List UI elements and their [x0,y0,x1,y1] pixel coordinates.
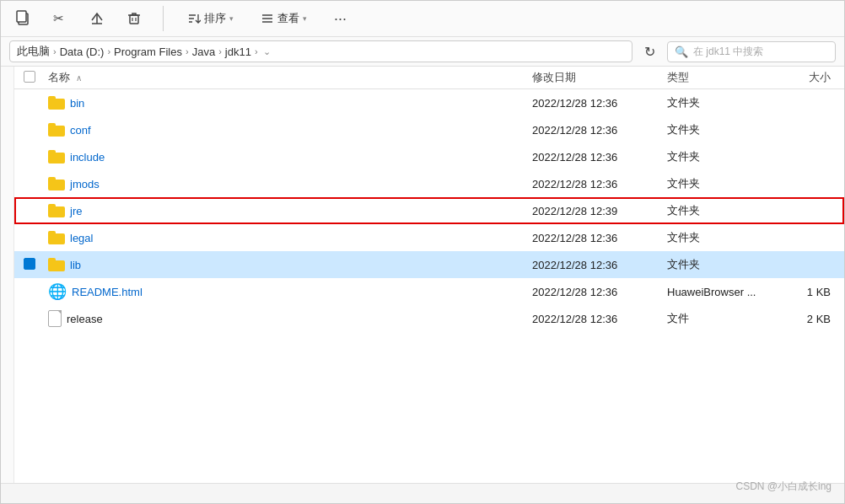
row-filename[interactable]: README.html [72,286,143,298]
file-list: 名称 ∧ 修改日期 类型 大小 bin2022/12/28 12:36文件夹co… [14,67,844,483]
header-checkbox-col [14,71,45,85]
breadcrumb[interactable]: 此电脑 › Data (D:) › Program Files › Java ›… [9,40,632,62]
row-date: 2022/12/28 12:36 [532,232,667,244]
name-sort-icon: ∧ [76,73,82,83]
folder-icon [48,204,65,217]
sort-icon [187,12,201,25]
breadcrumb-d[interactable]: Data (D:) [60,46,105,58]
header-date[interactable]: 修改日期 [532,70,667,85]
row-type: 文件夹 [667,203,777,218]
table-row[interactable]: include2022/12/28 12:36文件夹 [14,143,844,170]
row-checkbox[interactable] [24,258,35,270]
folder-icon [48,123,65,137]
sort-label: 排序 [204,11,226,26]
row-type: 文件 [667,311,777,326]
cut-button[interactable]: ✂ [48,8,72,30]
breadcrumb-jdk11[interactable]: jdk11 [225,46,251,58]
row-filename[interactable]: jre [70,205,82,217]
folder-icon [48,96,65,110]
share-icon [89,9,105,29]
delete-button[interactable] [122,8,146,30]
svg-rect-3 [130,15,138,24]
row-name-col: include [45,150,532,164]
delete-icon [126,9,143,29]
row-filename[interactable]: jmods [70,178,100,190]
view-button[interactable]: 查看 ▾ [254,8,314,29]
toolbar: ✂ [1,1,844,37]
table-row[interactable]: conf2022/12/28 12:36文件夹 [14,116,844,143]
more-button[interactable]: ··· [327,7,353,31]
row-filename[interactable]: legal [70,232,93,244]
row-name-col: jre [45,204,532,217]
row-date: 2022/12/28 12:36 [532,151,667,164]
search-box[interactable]: 🔍 在 jdk11 中搜索 [667,41,836,62]
row-date: 2022/12/28 12:36 [532,124,667,137]
table-row[interactable]: bin2022/12/28 12:36文件夹 [14,89,844,116]
row-type: 文件夹 [667,122,777,137]
globe-icon: 🌐 [48,282,67,301]
header-size[interactable]: 大小 [777,70,844,85]
row-filename[interactable]: include [70,151,105,164]
toolbar-separator [163,6,164,31]
table-row[interactable]: 🌐README.html2022/12/28 12:36HuaweiBrowse… [14,278,844,305]
cut-icon: ✂ [51,9,68,29]
row-type: 文件夹 [667,230,777,245]
folder-icon [48,231,65,244]
row-date: 2022/12/28 12:36 [532,178,667,190]
file-list-header: 名称 ∧ 修改日期 类型 大小 [14,67,844,89]
breadcrumb-java[interactable]: Java [192,46,215,58]
row-type: 文件夹 [667,149,777,164]
select-all-checkbox[interactable] [24,71,35,83]
row-name-col: jmods [45,177,532,190]
row-checkbox-col [14,258,45,272]
row-date: 2022/12/28 12:36 [532,97,667,110]
table-row[interactable]: lib2022/12/28 12:36文件夹 [14,251,844,278]
row-name-col: 🌐README.html [45,282,532,301]
row-name-col: legal [45,231,532,244]
row-size: 2 KB [777,313,844,325]
folder-icon [48,150,65,164]
folder-icon [48,258,65,271]
refresh-button[interactable]: ↻ [639,41,660,62]
table-row[interactable]: jre2022/12/28 12:39文件夹 [14,197,844,224]
content-area: 名称 ∧ 修改日期 类型 大小 bin2022/12/28 12:36文件夹co… [1,67,844,483]
row-filename[interactable]: lib [70,259,81,271]
row-type: 文件夹 [667,257,777,272]
row-filename[interactable]: release [67,313,103,325]
header-type[interactable]: 类型 [667,70,777,85]
sort-chevron-icon: ▾ [229,14,234,23]
breadcrumb-programfiles[interactable]: Program Files [114,46,182,58]
row-name-col: conf [45,123,532,137]
share-button[interactable] [85,8,109,30]
row-name-col: release [45,310,532,327]
table-row[interactable]: release2022/12/28 12:36文件2 KB [14,305,844,332]
row-type: 文件夹 [667,95,777,110]
row-size: 1 KB [777,286,844,298]
view-icon [261,12,274,25]
address-bar: 此电脑 › Data (D:) › Program Files › Java ›… [1,37,844,67]
breadcrumb-pc[interactable]: 此电脑 [17,44,50,59]
folder-icon [48,177,65,190]
row-date: 2022/12/28 12:39 [532,205,667,217]
file-icon [48,310,62,327]
table-row[interactable]: jmods2022/12/28 12:36文件夹 [14,170,844,197]
table-row[interactable]: legal2022/12/28 12:36文件夹 [14,224,844,251]
row-type: 文件夹 [667,176,777,191]
file-rows-container: bin2022/12/28 12:36文件夹conf2022/12/28 12:… [14,89,844,332]
breadcrumb-expand-icon[interactable]: ⌄ [263,46,271,57]
row-name-col: lib [45,258,532,271]
svg-rect-1 [17,11,26,22]
search-placeholder: 在 jdk11 中搜索 [693,45,763,59]
row-filename[interactable]: conf [70,124,91,137]
svg-text:✂: ✂ [53,11,64,25]
row-date: 2022/12/28 12:36 [532,259,667,271]
row-date: 2022/12/28 12:36 [532,286,667,298]
header-name[interactable]: 名称 ∧ [45,70,532,85]
row-date: 2022/12/28 12:36 [532,313,667,325]
view-label: 查看 [277,11,299,26]
sort-button[interactable]: 排序 ▾ [180,8,240,29]
search-icon: 🔍 [675,46,688,58]
copy-button[interactable] [11,8,35,30]
row-filename[interactable]: bin [70,97,84,110]
copy-icon [14,9,31,29]
